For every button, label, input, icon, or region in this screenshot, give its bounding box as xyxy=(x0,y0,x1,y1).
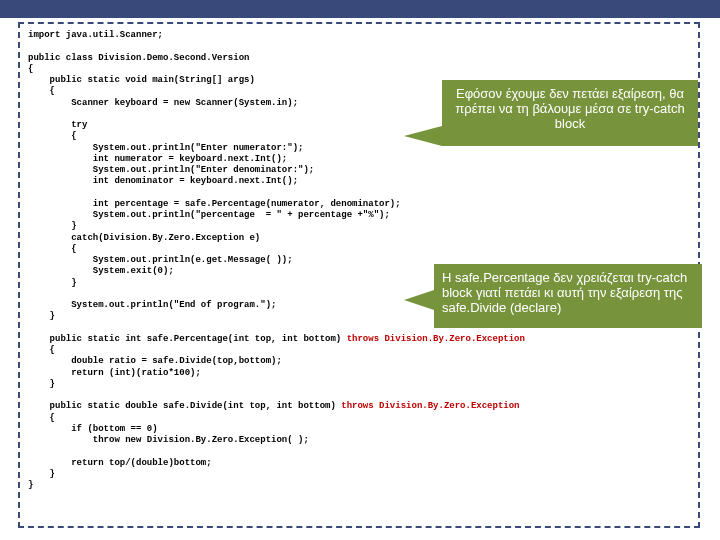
callout-try-catch: Εφόσον έχουμε δεν πετάει εξαίρεση, θα πρ… xyxy=(442,80,698,146)
code-line: { xyxy=(28,131,77,141)
code-line: public static double safe.Divide(int top… xyxy=(28,401,341,411)
code-line: public class Division.Demo.Second.Versio… xyxy=(28,53,249,63)
code-line: System.out.println("Enter numerator:"); xyxy=(28,143,303,153)
code-line: int percentage = safe.Percentage(numerat… xyxy=(28,199,401,209)
code-line: } xyxy=(28,221,77,231)
code-line: public static int safe.Percentage(int to… xyxy=(28,334,347,344)
code-line: int denominator = keyboard.next.Int(); xyxy=(28,176,298,186)
code-line: return top/(double)bottom; xyxy=(28,458,212,468)
code-line: Scanner keyboard = new Scanner(System.in… xyxy=(28,98,298,108)
code-line: public static void main(String[] args) xyxy=(28,75,255,85)
code-line: import java.util.Scanner; xyxy=(28,30,163,40)
code-line: catch(Division.By.Zero.Exception e) xyxy=(28,233,260,243)
code-line: System.exit(0); xyxy=(28,266,174,276)
code-line: { xyxy=(28,413,55,423)
callout-safe-percentage: H safe.Percentage δεν χρειάζεται try-cat… xyxy=(434,264,702,328)
code-line: } xyxy=(28,469,55,479)
code-line: } xyxy=(28,311,55,321)
code-line: throw new Division.By.Zero.Exception( ); xyxy=(28,435,309,445)
callout-arrow-icon xyxy=(404,290,434,310)
code-line: { xyxy=(28,64,33,74)
code-line: System.out.println("End of program."); xyxy=(28,300,276,310)
callout-arrow-icon xyxy=(404,126,442,146)
title-bar xyxy=(0,0,720,18)
code-line: System.out.println(e.get.Message( )); xyxy=(28,255,293,265)
slide: import java.util.Scanner; public class D… xyxy=(0,0,720,540)
code-line: } xyxy=(28,379,55,389)
code-line: System.out.println("Enter denominator:")… xyxy=(28,165,314,175)
code-throws: throws Division.By.Zero.Exception xyxy=(341,401,519,411)
code-line: try xyxy=(28,120,87,130)
code-line: } xyxy=(28,278,77,288)
code-line: if (bottom == 0) xyxy=(28,424,158,434)
code-line: return (int)(ratio*100); xyxy=(28,368,201,378)
code-line: { xyxy=(28,345,55,355)
code-line: { xyxy=(28,86,55,96)
code-line: double ratio = safe.Divide(top,bottom); xyxy=(28,356,282,366)
code-throws: throws Division.By.Zero.Exception xyxy=(347,334,525,344)
code-line: { xyxy=(28,244,77,254)
code-line: } xyxy=(28,480,33,490)
code-line: int numerator = keyboard.next.Int(); xyxy=(28,154,287,164)
code-line: System.out.println("percentage = " + per… xyxy=(28,210,390,220)
